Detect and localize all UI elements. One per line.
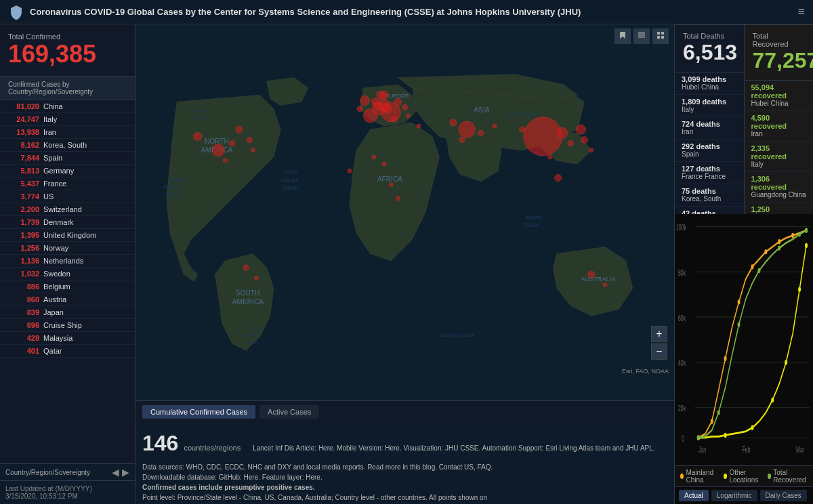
list-icon[interactable] [633, 28, 650, 44]
list-item-count: 81,020 [5, 102, 39, 110]
list-item[interactable]: 24,747Italy [0, 113, 135, 126]
right-panel: Total Deaths 6,513 3,099 deathsHubei Chi… [674, 24, 813, 504]
map-info-sources: Data sources: WHO, CDC, ECDC, NHC and DX… [142, 462, 667, 472]
list-item[interactable]: 8,162Korea, South [0, 139, 135, 152]
japan-bubble [576, 125, 585, 134]
chart-svg: 100k 80k 60k 40k 20k 0 Jan Feb Mar [675, 214, 813, 465]
korea-bubble [557, 127, 568, 138]
map-tab[interactable]: Active Cases [259, 405, 319, 419]
list-item[interactable]: 1,739Denmark [0, 216, 135, 229]
svg-point-93 [778, 245, 780, 250]
list-item[interactable]: 1,032Sweden [0, 268, 135, 280]
map-info-confirmed: Confirmed cases include presumptive posi… [142, 482, 667, 492]
recovered-list[interactable]: 55,094 recoveredHubei China4,590 recover… [745, 81, 814, 214]
list-item[interactable]: 81,020China [0, 100, 135, 113]
svg-point-48 [396, 196, 400, 201]
map-container[interactable]: NORTH AMERICA SOUTH AMERICA AFRICA ASIA … [136, 24, 674, 400]
svg-text:South: South [246, 326, 259, 331]
list-item[interactable]: 2,200Switzerland [0, 203, 135, 216]
legend-item: Other Locations [724, 469, 762, 484]
svg-point-75 [724, 356, 727, 361]
chart-tab[interactable]: Daily Cases [760, 490, 807, 501]
menu-icon[interactable]: ≡ [797, 5, 805, 19]
map-tabs: Cumulative Confirmed CasesActive Cases [136, 400, 674, 423]
svg-text:Southern Ocean: Southern Ocean [439, 333, 474, 338]
nav-left-arrow[interactable]: ◀ [112, 467, 119, 478]
list-item[interactable]: 5,437France [0, 177, 135, 190]
deaths-list-item[interactable]: 75 deathsKorea, South [675, 184, 744, 207]
recovered-place: Guangdong China [751, 191, 807, 199]
left-panel: Total Confirmed 169,385 Confirmed Cases … [0, 24, 136, 504]
chart-tab[interactable]: Logarithmic [711, 490, 757, 501]
us-west-bubble [194, 132, 202, 140]
svg-text:Atlantic: Atlantic [243, 333, 259, 338]
svg-point-40 [589, 148, 593, 152]
list-item[interactable]: 7,844Spain [0, 152, 135, 165]
deaths-list-item[interactable]: 3,099 deathsHubei China [675, 72, 744, 95]
list-item[interactable]: 1,136Netherlands [0, 255, 135, 268]
confirmed-list[interactable]: 81,020China24,747Italy13,938Iran8,162Kor… [0, 100, 135, 463]
svg-text:Mar: Mar [796, 445, 804, 455]
deaths-list[interactable]: 3,099 deathsHubei China1,809 deathsItaly… [675, 72, 744, 214]
recovered-place: Iran [751, 130, 807, 138]
recovered-list-item[interactable]: 55,094 recoveredHubei China [745, 81, 814, 111]
list-item[interactable]: 696Cruise Ship [0, 319, 135, 332]
map-info: 146 countries/regions Lancet Inf Dis Art… [136, 423, 674, 504]
svg-text:North: North [170, 177, 184, 183]
list-item[interactable]: 839Japan [0, 306, 135, 319]
deaths-list-item[interactable]: 127 deathsFrance France [675, 162, 744, 184]
list-item[interactable]: 5,813Germany [0, 165, 135, 177]
svg-point-29 [394, 98, 401, 105]
recovered-list-item[interactable]: 2,335 recoveredItaly [745, 142, 814, 172]
svg-point-79 [778, 239, 780, 244]
list-item[interactable]: 13,938Iran [0, 126, 135, 139]
svg-point-80 [791, 233, 794, 238]
nav-label: Country/Region/Sovereignty [5, 469, 90, 476]
deaths-box: Total Deaths 6,513 [675, 25, 744, 72]
list-item[interactable]: 1,395United Kingdom [0, 229, 135, 242]
list-item-country: Japan [43, 308, 64, 316]
bookmark-icon[interactable] [614, 28, 631, 44]
chart-container: 100k 80k 60k 40k 20k 0 Jan Feb Mar [675, 214, 813, 465]
svg-text:20k: 20k [678, 404, 686, 413]
chart-tab[interactable]: Actual [679, 490, 709, 501]
deaths-list-item[interactable]: 724 deathsIran [675, 117, 744, 140]
countries-label: countries/regions [184, 442, 241, 454]
list-item[interactable]: 3,774US [0, 190, 135, 203]
svg-point-35 [450, 119, 457, 126]
list-item[interactable]: 860Austria [0, 293, 135, 306]
deaths-list-item[interactable]: 42 deathsWashington US [675, 207, 744, 214]
grid-icon[interactable] [652, 28, 669, 44]
recovered-list-item[interactable]: 1,250 recoveredHenan China [745, 203, 814, 214]
death-count: 127 deaths [682, 165, 737, 173]
svg-text:100k: 100k [676, 223, 687, 232]
svg-point-34 [417, 124, 421, 128]
svg-point-37 [493, 124, 497, 128]
malaysia-bubble [555, 174, 562, 181]
death-count: 3,099 deaths [682, 75, 737, 83]
recovered-column: Total Recovered 77,257 55,094 recoveredH… [745, 25, 814, 214]
list-item-count: 13,938 [5, 128, 39, 136]
uk-bubble [360, 96, 369, 105]
deaths-list-item[interactable]: 1,809 deathsItaly [675, 95, 744, 117]
map-tab[interactable]: Cumulative Confirmed Cases [142, 405, 255, 419]
list-item[interactable]: 428Malaysia [0, 332, 135, 345]
list-item[interactable]: 401Qatar [0, 345, 135, 358]
zoom-in-button[interactable]: + [651, 326, 667, 342]
svg-point-28 [251, 148, 255, 152]
deaths-list-item[interactable]: 292 deathsSpain [675, 140, 744, 162]
recovered-list-item[interactable]: 4,590 recoveredIran [745, 111, 814, 142]
countries-count: 146 [142, 427, 178, 459]
list-item-count: 886 [5, 282, 39, 291]
list-item-country: Cruise Ship [43, 321, 82, 329]
svg-text:ASIA: ASIA [474, 106, 489, 114]
list-item[interactable]: 1,256Norway [0, 242, 135, 255]
zoom-out-button[interactable]: − [651, 343, 667, 360]
list-item[interactable]: 886Belgium [0, 280, 135, 293]
recovered-list-item[interactable]: 1,306 recoveredGuangdong China [745, 172, 814, 203]
svg-text:Atlantic: Atlantic [280, 177, 299, 184]
nav-right-arrow[interactable]: ▶ [122, 467, 129, 478]
death-count: 724 deaths [682, 120, 737, 128]
svg-text:NORTH: NORTH [205, 138, 229, 145]
svg-rect-56 [657, 36, 660, 39]
